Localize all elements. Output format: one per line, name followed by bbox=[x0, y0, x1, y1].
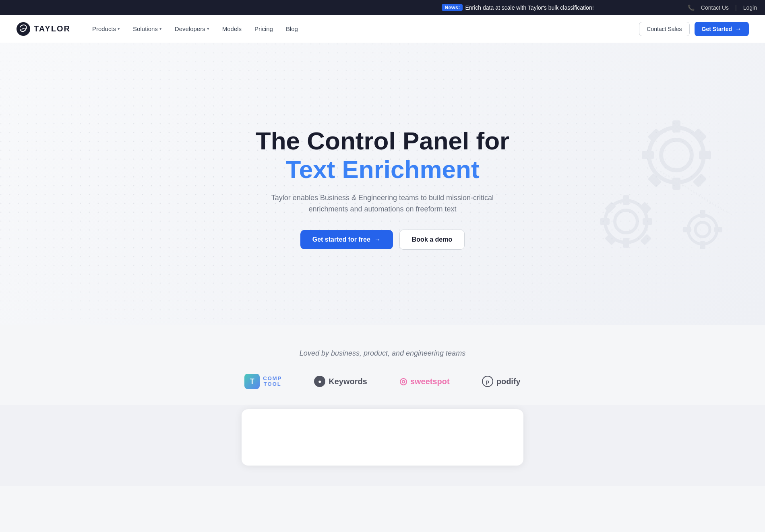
svg-rect-20 bbox=[605, 202, 616, 213]
svg-line-32 bbox=[652, 167, 717, 207]
keywords-logo: ● Keywords bbox=[314, 376, 367, 387]
podify-text: podify bbox=[496, 377, 521, 386]
svg-point-24 bbox=[688, 215, 717, 244]
hero-section: The Control Panel for Text Enrichment Ta… bbox=[0, 43, 765, 325]
get-started-button[interactable]: Get Started → bbox=[695, 22, 749, 36]
announcement-text: Enrich data at scale with Taylor's bulk … bbox=[465, 4, 593, 11]
logo-text: TAYLOR bbox=[34, 24, 70, 33]
svg-rect-28 bbox=[683, 227, 691, 232]
hero-content: The Control Panel for Text Enrichment Ta… bbox=[256, 126, 509, 250]
arrow-right-icon: → bbox=[374, 236, 381, 243]
hero-title: The Control Panel for Text Enrichment bbox=[256, 126, 509, 184]
nav-products[interactable]: Products ▾ bbox=[87, 22, 126, 35]
gear-decoration bbox=[588, 107, 733, 261]
svg-point-25 bbox=[695, 222, 710, 237]
svg-rect-29 bbox=[714, 227, 722, 232]
nav-pricing[interactable]: Pricing bbox=[249, 22, 279, 35]
hero-buttons: Get started for free → Book a demo bbox=[256, 230, 509, 250]
contact-sales-button[interactable]: Contact Sales bbox=[639, 22, 689, 36]
svg-rect-6 bbox=[672, 120, 680, 132]
keywords-text: Keywords bbox=[329, 377, 367, 386]
comptool-icon: T bbox=[244, 374, 260, 389]
svg-line-31 bbox=[668, 175, 733, 215]
link-divider: | bbox=[735, 4, 737, 11]
sweetspot-text: sweetspot bbox=[410, 377, 450, 386]
announcement-content: News: Enrich data at scale with Taylor's… bbox=[348, 4, 688, 11]
comptool-logo: T COMP TOOL bbox=[244, 374, 282, 389]
announcement-bar: News: Enrich data at scale with Taylor's… bbox=[0, 0, 765, 15]
chevron-down-icon: ▾ bbox=[118, 26, 120, 31]
svg-point-0 bbox=[17, 22, 30, 36]
keywords-icon: ● bbox=[314, 376, 325, 387]
svg-rect-26 bbox=[700, 210, 705, 218]
social-proof-section: Loved by business, product, and engineer… bbox=[0, 325, 765, 405]
svg-rect-21 bbox=[640, 202, 651, 213]
svg-rect-8 bbox=[642, 151, 654, 159]
chevron-down-icon: ▾ bbox=[207, 26, 209, 31]
nav-links: Products ▾ Solutions ▾ Developers ▾ Mode… bbox=[87, 22, 639, 35]
logos-row: T COMP TOOL ● Keywords ◎ sweetspot p pod… bbox=[16, 374, 749, 389]
social-proof-tagline: Loved by business, product, and engineer… bbox=[16, 349, 749, 358]
nav-solutions[interactable]: Solutions ▾ bbox=[127, 22, 167, 35]
navbar: TAYLOR Products ▾ Solutions ▾ Developers… bbox=[0, 15, 765, 43]
svg-rect-22 bbox=[605, 234, 616, 245]
sweetspot-logo: ◎ sweetspot bbox=[399, 376, 450, 387]
nav-blog[interactable]: Blog bbox=[280, 22, 304, 35]
nav-developers[interactable]: Developers ▾ bbox=[169, 22, 215, 35]
svg-rect-7 bbox=[672, 178, 680, 190]
get-started-free-button[interactable]: Get started for free → bbox=[300, 230, 393, 249]
svg-point-4 bbox=[649, 128, 704, 182]
arrow-right-icon: → bbox=[735, 25, 742, 33]
sweetspot-icon: ◎ bbox=[399, 376, 407, 387]
svg-line-30 bbox=[660, 171, 725, 211]
podify-icon: p bbox=[482, 376, 493, 387]
svg-rect-9 bbox=[699, 151, 711, 159]
svg-point-15 bbox=[615, 210, 637, 233]
svg-point-14 bbox=[605, 201, 647, 242]
svg-rect-11 bbox=[693, 128, 707, 142]
logo-icon bbox=[16, 22, 31, 36]
nav-actions: Contact Sales Get Started → bbox=[639, 22, 749, 36]
svg-rect-19 bbox=[643, 218, 652, 225]
news-badge: News: bbox=[442, 4, 463, 11]
svg-point-5 bbox=[661, 140, 692, 170]
contact-us-link[interactable]: Contact Us bbox=[701, 4, 729, 11]
podify-logo: p podify bbox=[482, 376, 521, 387]
bottom-card bbox=[242, 409, 523, 466]
login-link[interactable]: Login bbox=[743, 4, 757, 11]
chevron-down-icon: ▾ bbox=[159, 26, 162, 31]
hero-subtitle: Taylor enables Business & Engineering te… bbox=[270, 192, 495, 215]
svg-rect-10 bbox=[647, 128, 662, 142]
svg-rect-13 bbox=[693, 173, 707, 187]
nav-models[interactable]: Models bbox=[217, 22, 247, 35]
svg-rect-16 bbox=[623, 195, 629, 205]
svg-rect-27 bbox=[700, 241, 705, 249]
phone-icon: 📞 bbox=[688, 4, 695, 11]
comptool-text: COMP TOOL bbox=[263, 376, 282, 387]
svg-rect-12 bbox=[647, 173, 662, 187]
svg-rect-17 bbox=[623, 238, 629, 248]
logo-link[interactable]: TAYLOR bbox=[16, 22, 70, 36]
hero-title-accent: Text Enrichment bbox=[285, 155, 479, 183]
bottom-section bbox=[0, 405, 765, 486]
book-demo-button[interactable]: Book a demo bbox=[399, 230, 465, 250]
svg-rect-18 bbox=[600, 218, 610, 225]
svg-rect-23 bbox=[640, 234, 651, 245]
announcement-links: 📞 Contact Us | Login bbox=[688, 4, 757, 11]
